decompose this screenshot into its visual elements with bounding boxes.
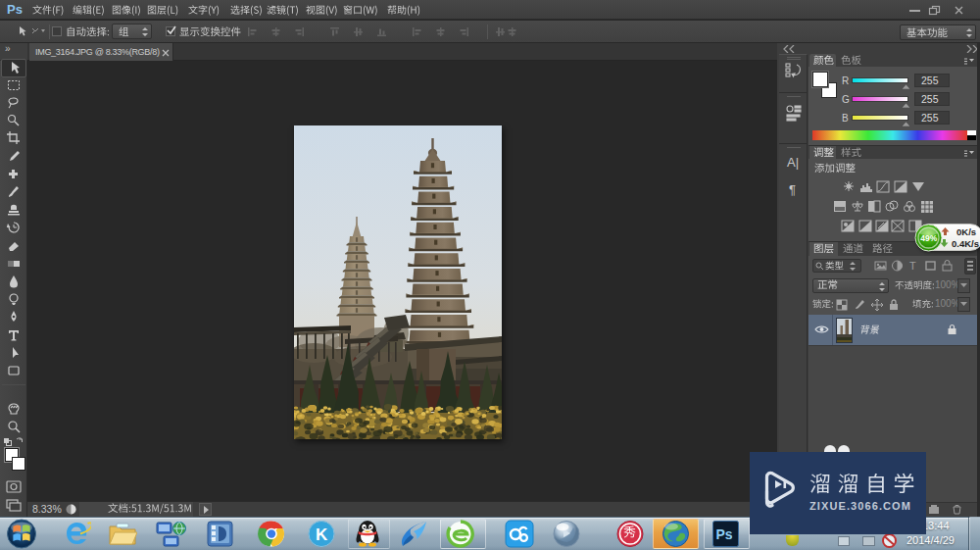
svg-text:K: K xyxy=(316,525,328,544)
svg-text:T: T xyxy=(909,260,916,272)
svg-text:Ps: Ps xyxy=(716,526,733,542)
svg-text:49%: 49% xyxy=(920,233,937,243)
